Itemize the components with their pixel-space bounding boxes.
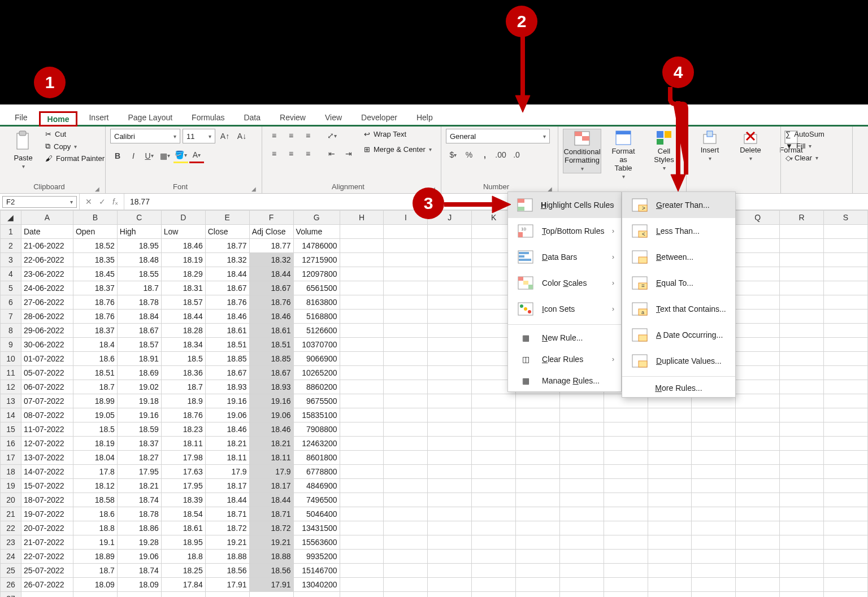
cell[interactable]: 18.67	[205, 281, 249, 295]
cell[interactable]: 18.6	[73, 507, 117, 521]
worksheet[interactable]: ◢ABCDEFGHIJKLMNOPQRS 1DateOpenHighLowClo…	[0, 210, 868, 597]
cell[interactable]	[428, 578, 472, 592]
cell[interactable]	[736, 394, 780, 408]
cell[interactable]: 19.16	[117, 408, 161, 422]
column-header[interactable]: C	[117, 211, 161, 225]
cell[interactable]	[340, 366, 384, 380]
cell[interactable]: 18.78	[117, 507, 161, 521]
cell[interactable]	[824, 281, 868, 295]
autosum-button[interactable]: ∑AutoSum	[785, 129, 824, 140]
cell[interactable]: 18.44	[249, 493, 293, 507]
cell[interactable]: 18.37	[117, 437, 161, 451]
cell[interactable]: 18.89	[73, 550, 117, 564]
menu-top-bottom-rules[interactable]: 10 Top/Bottom Rules ›	[508, 218, 621, 244]
cell[interactable]: 17.91	[205, 578, 249, 592]
cell[interactable]	[824, 479, 868, 493]
select-all-corner[interactable]: ◢	[1, 211, 21, 225]
cell[interactable]: 18.09	[117, 578, 161, 592]
cell[interactable]	[736, 521, 780, 535]
cell[interactable]	[384, 465, 428, 479]
cell[interactable]: 18.61	[205, 324, 249, 338]
cell[interactable]	[515, 507, 559, 521]
cell[interactable]	[384, 295, 428, 310]
cell[interactable]	[824, 225, 868, 239]
cell[interactable]	[384, 352, 428, 366]
cell[interactable]: 15835100	[293, 408, 340, 422]
cell[interactable]: 18.09	[73, 578, 117, 592]
cell[interactable]	[824, 295, 868, 310]
tab-home[interactable]: Home	[39, 111, 78, 127]
cell[interactable]: 5126600	[293, 324, 340, 338]
cell[interactable]	[780, 521, 824, 535]
cell[interactable]: 18.55	[117, 267, 161, 281]
menu-less-than[interactable]: < Less Than...	[622, 218, 735, 244]
cell[interactable]	[780, 578, 824, 592]
cell[interactable]	[428, 564, 472, 578]
cell[interactable]	[780, 225, 824, 239]
cell[interactable]	[472, 521, 516, 535]
cell[interactable]	[384, 493, 428, 507]
cell[interactable]	[604, 521, 648, 535]
menu-more-rules[interactable]: More Rules...	[622, 379, 735, 397]
cell[interactable]: 21-06-2022	[21, 239, 73, 253]
cell[interactable]: 18.17	[205, 479, 249, 493]
cell[interactable]	[824, 394, 868, 408]
cell[interactable]	[205, 592, 249, 598]
cell[interactable]	[428, 324, 472, 338]
row-header[interactable]: 15	[1, 422, 21, 437]
cell[interactable]: 18.71	[249, 507, 293, 521]
cell[interactable]	[340, 479, 384, 493]
cell[interactable]	[428, 380, 472, 394]
cell[interactable]	[648, 479, 692, 493]
cell[interactable]: 18.11	[205, 451, 249, 465]
cell[interactable]: 14-07-2022	[21, 465, 73, 479]
row-header[interactable]: 6	[1, 295, 21, 310]
cell[interactable]	[824, 239, 868, 253]
cell[interactable]	[692, 465, 736, 479]
column-header[interactable]: S	[824, 211, 868, 225]
cell[interactable]	[736, 479, 780, 493]
dialog-launcher-icon[interactable]: ◢	[250, 186, 257, 192]
cell[interactable]	[780, 394, 824, 408]
number-format-dropdown[interactable]: General▾	[446, 129, 550, 143]
fill-button[interactable]: ▼Fill▾	[785, 141, 824, 151]
cell[interactable]	[604, 422, 648, 437]
cell[interactable]: 18.76	[205, 295, 249, 310]
cell[interactable]	[559, 521, 604, 535]
cell[interactable]	[428, 592, 472, 598]
cell[interactable]	[604, 578, 648, 592]
cell[interactable]: 18.46	[249, 422, 293, 437]
cell[interactable]	[604, 564, 648, 578]
cell[interactable]	[515, 479, 559, 493]
cell[interactable]	[736, 564, 780, 578]
cell[interactable]	[384, 281, 428, 295]
cell[interactable]: 8163800	[293, 295, 340, 310]
cell[interactable]: 27-06-2022	[21, 295, 73, 310]
cell[interactable]	[648, 465, 692, 479]
row-header[interactable]: 19	[1, 479, 21, 493]
cell[interactable]	[736, 281, 780, 295]
cell[interactable]: 26-07-2022	[21, 578, 73, 592]
cell[interactable]	[384, 366, 428, 380]
cell[interactable]	[428, 366, 472, 380]
cell[interactable]	[692, 578, 736, 592]
cell[interactable]	[384, 422, 428, 437]
cell[interactable]: 7496500	[293, 493, 340, 507]
cell[interactable]	[340, 239, 384, 253]
font-size-dropdown[interactable]: 11▾	[183, 129, 215, 143]
cell[interactable]	[824, 310, 868, 324]
cell[interactable]	[780, 352, 824, 366]
cell[interactable]	[824, 564, 868, 578]
cell[interactable]	[340, 564, 384, 578]
dialog-launcher-icon[interactable]: ◢	[94, 186, 101, 192]
cell[interactable]	[736, 451, 780, 465]
cell[interactable]: 23-06-2022	[21, 267, 73, 281]
row-header[interactable]: 21	[1, 507, 21, 521]
cell[interactable]	[340, 253, 384, 267]
cell[interactable]	[515, 394, 559, 408]
cell[interactable]	[824, 521, 868, 535]
increase-indent-icon[interactable]: ⇥	[341, 147, 356, 160]
row-header[interactable]: 16	[1, 437, 21, 451]
cell[interactable]	[824, 324, 868, 338]
cell[interactable]	[780, 310, 824, 324]
